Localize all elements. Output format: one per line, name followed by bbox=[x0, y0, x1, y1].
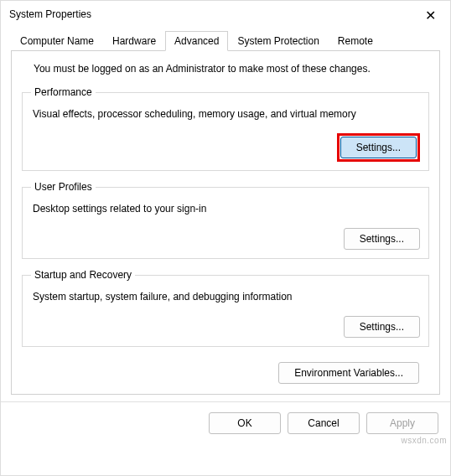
performance-settings-button[interactable]: Settings... bbox=[340, 137, 417, 158]
tab-hardware[interactable]: Hardware bbox=[103, 31, 165, 51]
desc-user-profiles: Desktop settings related to your sign-in bbox=[33, 203, 420, 215]
desc-startup-recovery: System startup, system failure, and debu… bbox=[33, 291, 420, 303]
user-profiles-settings-button[interactable]: Settings... bbox=[344, 228, 420, 250]
admin-note: You must be logged on as an Administrato… bbox=[34, 63, 429, 75]
window-title: System Properties bbox=[9, 8, 442, 20]
legend-user-profiles: User Profiles bbox=[31, 181, 96, 193]
dialog-footer: OK Cancel Apply bbox=[1, 401, 450, 444]
system-properties-window: System Properties ✕ Computer Name Hardwa… bbox=[0, 0, 451, 476]
legend-performance: Performance bbox=[31, 86, 96, 98]
desc-performance: Visual effects, processor scheduling, me… bbox=[33, 108, 420, 120]
group-user-profiles: User Profiles Desktop settings related t… bbox=[22, 181, 429, 259]
apply-button[interactable]: Apply bbox=[366, 412, 438, 434]
ok-button[interactable]: OK bbox=[209, 412, 281, 434]
group-performance: Performance Visual effects, processor sc… bbox=[22, 86, 429, 171]
group-startup-recovery: Startup and Recovery System startup, sys… bbox=[22, 269, 429, 347]
tab-system-protection[interactable]: System Protection bbox=[228, 31, 328, 51]
highlight-performance-settings: Settings... bbox=[337, 133, 420, 162]
environment-variables-button[interactable]: Environment Variables... bbox=[278, 362, 419, 384]
tab-content-advanced: You must be logged on as an Administrato… bbox=[11, 51, 440, 395]
close-icon: ✕ bbox=[425, 8, 436, 23]
legend-startup-recovery: Startup and Recovery bbox=[31, 269, 135, 281]
titlebar: System Properties ✕ bbox=[1, 1, 450, 28]
tab-computer-name[interactable]: Computer Name bbox=[11, 31, 103, 51]
tab-strip: Computer Name Hardware Advanced System P… bbox=[1, 31, 450, 51]
cancel-button[interactable]: Cancel bbox=[288, 412, 360, 434]
startup-recovery-settings-button[interactable]: Settings... bbox=[344, 316, 420, 338]
close-button[interactable]: ✕ bbox=[413, 3, 447, 28]
tab-remote[interactable]: Remote bbox=[329, 31, 382, 51]
watermark: wsxdn.com bbox=[401, 436, 447, 445]
tab-advanced[interactable]: Advanced bbox=[165, 31, 228, 51]
